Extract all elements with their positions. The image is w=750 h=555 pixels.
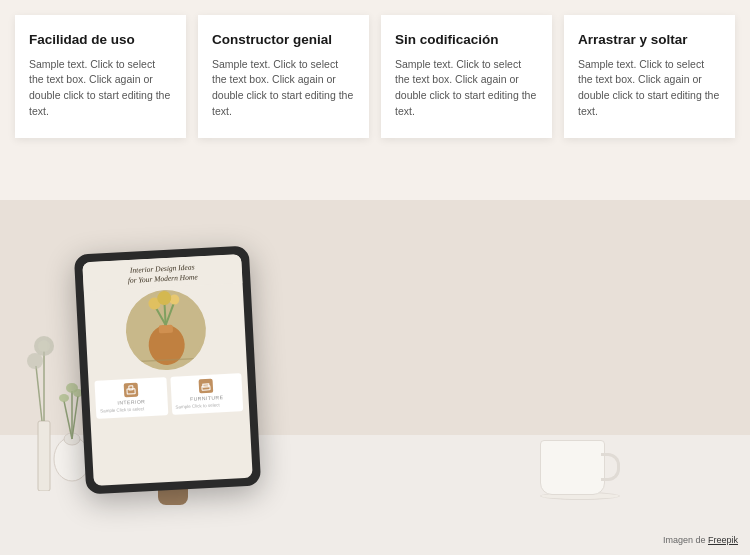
tablet-furniture-card: FURNITURE Sample Click to select — [170, 373, 243, 415]
card-4-title: Arrastrar y soltar — [578, 31, 721, 49]
coffee-cup — [540, 440, 620, 500]
svg-line-9 — [72, 396, 78, 439]
svg-point-5 — [27, 353, 43, 369]
furniture-icon — [201, 380, 212, 391]
svg-rect-0 — [38, 421, 50, 491]
credit-link[interactable]: Freepik — [708, 535, 738, 545]
card-4-text: Sample text. Click to select the text bo… — [578, 57, 721, 120]
card-2-text: Sample text. Click to select the text bo… — [212, 57, 355, 120]
credit-prefix: Imagen de — [663, 535, 706, 545]
card-1[interactable]: Facilidad de uso Sample text. Click to s… — [15, 15, 186, 138]
tablet-screen: Interior Design Ideas for Your Modern Ho… — [82, 254, 253, 486]
tablet-header-text: Interior Design Ideas for Your Modern Ho… — [91, 260, 235, 287]
card-4[interactable]: Arrastrar y soltar Sample text. Click to… — [564, 15, 735, 138]
card-1-text: Sample text. Click to select the text bo… — [29, 57, 172, 120]
card-3-text: Sample text. Click to select the text bo… — [395, 57, 538, 120]
tablet-interior-text: Sample Click to select — [100, 405, 164, 415]
card-3[interactable]: Sin codificación Sample text. Click to s… — [381, 15, 552, 138]
card-2[interactable]: Constructor genial Sample text. Click to… — [198, 15, 369, 138]
cup-body — [540, 440, 605, 495]
svg-point-13 — [66, 383, 78, 393]
card-1-title: Facilidad de uso — [29, 31, 172, 49]
tablet-bottom-row: INTERIOR Sample Click to select FURNITUR… — [88, 368, 249, 423]
tablet-vase-svg — [123, 288, 207, 372]
tablet-furniture-text: Sample Click to select — [175, 401, 239, 411]
tablet-device: Interior Design Ideas for Your Modern Ho… — [80, 250, 265, 500]
tablet-body: Interior Design Ideas for Your Modern Ho… — [74, 246, 261, 495]
tablet-hero-image — [123, 288, 207, 372]
svg-rect-16 — [158, 324, 172, 333]
image-credit: Imagen de Freepik — [663, 535, 738, 545]
tablet-interior-card: INTERIOR Sample Click to select — [94, 377, 167, 419]
card-3-title: Sin codificación — [395, 31, 538, 49]
svg-point-3 — [38, 340, 50, 352]
svg-point-11 — [59, 394, 69, 402]
tablet-header: Interior Design Ideas for Your Modern Ho… — [82, 254, 242, 291]
card-2-title: Constructor genial — [212, 31, 355, 49]
interior-icon — [125, 384, 136, 395]
svg-line-4 — [36, 366, 42, 421]
cards-row: Facilidad de uso Sample text. Click to s… — [15, 15, 735, 138]
